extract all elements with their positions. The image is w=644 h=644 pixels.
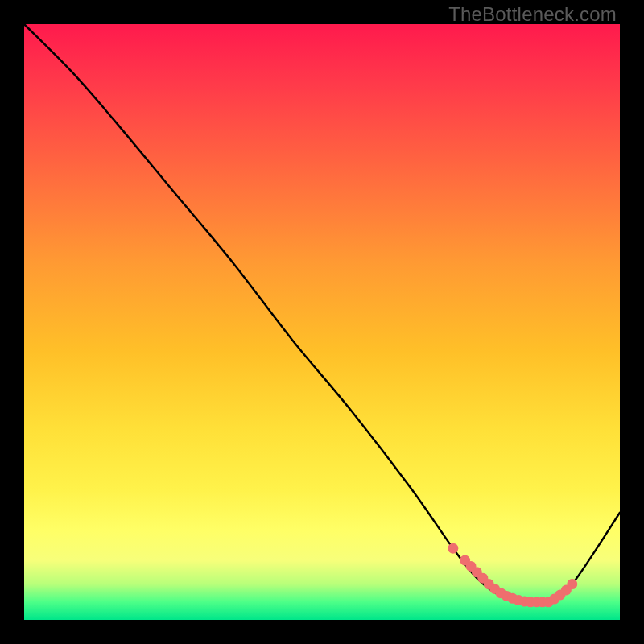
- chart-svg: [24, 24, 620, 620]
- bottleneck-curve: [24, 24, 620, 604]
- gradient-plot-area: [24, 24, 620, 620]
- highlight-point: [567, 579, 577, 589]
- highlight-points-group: [448, 543, 577, 608]
- chart-frame: TheBottleneck.com: [0, 0, 644, 644]
- watermark-text: TheBottleneck.com: [448, 3, 617, 26]
- highlight-point: [448, 543, 458, 554]
